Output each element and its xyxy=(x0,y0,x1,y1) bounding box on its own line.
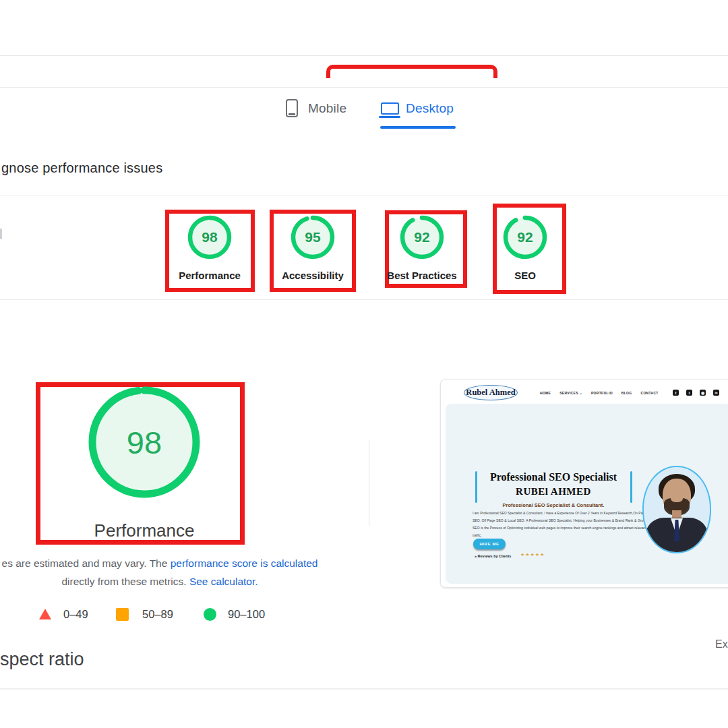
score-accessibility: 95 xyxy=(290,214,336,260)
gauge-big-performance[interactable]: 98 xyxy=(87,385,202,499)
legend-range-mid: 50–89 xyxy=(142,608,173,621)
expand-view-label[interactable]: Ex xyxy=(715,638,728,650)
legend-circle-icon xyxy=(204,608,216,621)
score-label-performance[interactable]: Performance xyxy=(165,270,254,281)
hero-star-rating: ★★★★★ xyxy=(520,552,545,557)
preview-nav-home: HOME xyxy=(540,391,551,395)
hire-me-button: HIRE ME xyxy=(473,539,506,549)
divider-top-2 xyxy=(0,87,728,88)
fineprint-line1-text: es are estimated and may vary. The xyxy=(2,557,171,569)
big-gauge-label: Performance xyxy=(40,520,249,541)
portrait-mouth-area xyxy=(671,493,683,502)
legend-range-high: 90–100 xyxy=(228,608,265,621)
see-calculator-link[interactable]: See calculator. xyxy=(189,576,258,587)
score-label-best-practices[interactable]: Best Practices xyxy=(377,270,466,281)
preview-nav-services: SERVICES ⌄ xyxy=(559,391,582,395)
tab-mobile[interactable]: Mobile xyxy=(308,101,346,116)
audit-heading: spect ratio xyxy=(0,649,84,670)
hero-name: RUBEl AHMED xyxy=(476,486,631,497)
score-performance: 98 xyxy=(187,214,233,260)
divider-top-1 xyxy=(0,55,728,56)
hero-reviews-label: » Reviews by Clients xyxy=(475,554,511,558)
divider-bottom xyxy=(0,688,728,690)
gauge-best-practices[interactable]: 92 xyxy=(399,214,445,260)
preview-logo: Rubel Ahmed xyxy=(464,385,518,400)
gauge-performance[interactable]: 98 xyxy=(187,214,233,260)
site-preview-thumbnail[interactable]: Rubel Ahmed HOME SERVICES ⌄ PORTFOLIO BL… xyxy=(440,379,728,588)
facebook-icon: f xyxy=(673,390,679,396)
vertical-divider xyxy=(369,439,369,526)
hero-title: Professional SEO Specialist xyxy=(476,471,631,483)
annotation-box-url-partial xyxy=(326,65,497,78)
mobile-phone-icon xyxy=(286,99,298,117)
tab-desktop[interactable]: Desktop xyxy=(406,101,454,116)
cropped-edge-fragment xyxy=(0,229,2,239)
preview-nav-contact: CONTACT xyxy=(641,391,659,395)
fineprint-line2: directly from these metrics. See calcula… xyxy=(1,572,318,590)
score-label-accessibility[interactable]: Accessibility xyxy=(268,270,357,281)
performance-score-link[interactable]: performance score is calculated xyxy=(171,557,318,569)
gauge-accessibility[interactable]: 95 xyxy=(290,214,336,260)
preview-nav-portfolio: PORTFOLIO xyxy=(591,391,613,395)
legend-triangle-icon xyxy=(39,609,51,619)
score-label-seo[interactable]: SEO xyxy=(481,270,570,281)
twitter-icon: t xyxy=(686,390,692,396)
fineprint-line1: es are estimated and may vary. The perfo… xyxy=(1,554,318,572)
portrait-photo xyxy=(642,466,711,553)
score-seo: 92 xyxy=(502,214,548,260)
pagespeed-report-page: Mobile Desktop gnose performance issues … xyxy=(0,0,728,728)
preview-hero-section: Professional SEO Specialist RUBEl AHMED … xyxy=(446,404,728,584)
fineprint-line2-text: directly from these metrics. xyxy=(61,576,189,587)
diagnose-heading: gnose performance issues xyxy=(1,160,162,176)
divider-scores xyxy=(0,299,728,300)
tab-desktop-underline xyxy=(380,126,456,129)
desktop-laptop-icon xyxy=(379,102,400,118)
preview-nav: HOME SERVICES ⌄ PORTFOLIO BLOG CONTACT xyxy=(540,391,659,395)
instagram-icon: ◉ xyxy=(700,390,706,396)
linkedin-icon: in xyxy=(713,390,719,396)
divider-diagnose xyxy=(0,195,728,195)
hero-subtitle: Professional SEO Sepcialist & Consultant… xyxy=(476,502,631,508)
score-big-performance: 98 xyxy=(87,385,202,499)
preview-social-icons: f t ◉ in xyxy=(673,390,719,396)
gauge-seo[interactable]: 92 xyxy=(502,214,548,260)
legend-range-low: 0–49 xyxy=(63,608,88,621)
score-best-practices: 92 xyxy=(399,214,445,260)
hero-paragraph: I am Professional SEO Specialist & Consu… xyxy=(473,510,646,539)
preview-nav-blog: BLOG xyxy=(621,391,632,395)
legend-square-icon xyxy=(116,608,129,621)
fineprint: es are estimated and may vary. The perfo… xyxy=(1,554,318,590)
